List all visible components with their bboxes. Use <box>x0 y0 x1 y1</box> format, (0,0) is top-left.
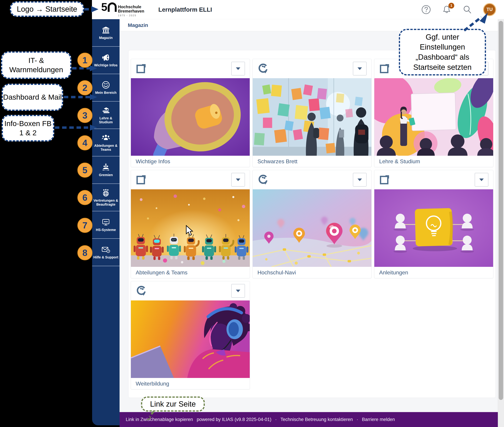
logo-arch-zero <box>108 2 117 12</box>
scrollbar-thumb[interactable] <box>499 21 503 400</box>
sidebar-item-gremien[interactable]: Gremien <box>92 156 120 184</box>
mail-question-icon: ? <box>101 245 110 254</box>
notification-badge: 1 <box>449 3 454 8</box>
annotation-link-zur-seite: Link zur Seite <box>141 396 205 412</box>
folder-icon <box>379 63 390 74</box>
sidebar-item-lehre-studium[interactable]: Lehre & Studium <box>92 101 120 129</box>
tile-image-headset-woman <box>131 300 250 378</box>
repository-panel: Wichtige Infos <box>128 50 496 398</box>
tile-image-lightbulb-cube <box>374 189 493 267</box>
chevron-down-icon <box>357 178 362 181</box>
tile-image-map-pins <box>253 189 372 267</box>
help-icon[interactable] <box>421 5 431 15</box>
tile-weiterbildung[interactable]: Weiterbildung <box>131 281 250 389</box>
globe-people-icon <box>101 189 110 197</box>
footer-bar: Link in Zwischenablage kopieren powered … <box>120 412 498 427</box>
bank-icon <box>101 26 110 34</box>
annotation-settings-startseite: Ggf. unter Einstellungen „Dashboard“ als… <box>399 29 486 76</box>
sidebar-item-label: Lehre & Studium <box>92 116 120 124</box>
monitor-icon <box>101 218 110 226</box>
tile-anleitungen[interactable]: Anleitungen <box>374 170 493 278</box>
tile-title[interactable]: Weiterbildung <box>131 378 250 389</box>
annotation-number-5: 5 <box>77 163 93 178</box>
tile-actions-dropdown[interactable] <box>353 173 367 187</box>
sidebar-item-label: Vertretungen & Beauftragte <box>92 198 120 206</box>
tile-title[interactable]: Wichtige Infos <box>131 156 250 167</box>
sidebar-item-label: Wichtige Infos <box>93 63 118 67</box>
tile-hochschul-navi[interactable]: Hochschul-Navi <box>253 170 372 278</box>
top-bar: 5 Hochschule Bremerhaven 1975 - 2025 Ler… <box>92 0 504 19</box>
annotation-number-7: 7 <box>77 218 93 233</box>
logo-line2: Bremerhaven <box>118 9 144 13</box>
sidebar-item-mein-bereich[interactable]: Mein Bereich <box>92 74 120 101</box>
tile-image-sticky-notes <box>253 78 372 156</box>
link-loop-icon <box>136 285 147 297</box>
sidebar-item-label: Hilfe & Support <box>93 255 119 259</box>
tile-actions-dropdown[interactable] <box>353 62 367 76</box>
annotation-logo-callout: Logo → Startseite <box>10 1 84 17</box>
folder-icon <box>379 174 390 185</box>
sidebar-item-label: HS-Systeme <box>95 228 117 232</box>
sidebar-item-label: Magazin <box>98 36 114 40</box>
folder-icon <box>136 174 147 185</box>
footer-copy-link[interactable]: Link in Zwischenablage kopieren <box>126 417 193 422</box>
search-icon[interactable] <box>463 5 472 15</box>
main-navigation-sidebar: Magazin Wichtige Infos Mein Bereich Lehr… <box>92 19 120 425</box>
tile-image-robots <box>131 189 250 267</box>
logo-number: 5 <box>101 2 107 12</box>
tile-abteilungen-teams[interactable]: Abteilungen & Teams <box>131 170 250 278</box>
sidebar-item-wichtige-infos[interactable]: Wichtige Infos <box>92 47 120 74</box>
notifications-bell-icon[interactable]: 1 <box>442 5 451 15</box>
tile-image-megaphone <box>131 78 250 156</box>
sidebar-item-hs-systeme[interactable]: HS-Systeme <box>92 211 120 239</box>
breadcrumb-magazin-link[interactable]: Magazin <box>128 22 148 28</box>
avatar[interactable]: TU <box>483 3 496 16</box>
tile-wichtige-infos[interactable]: Wichtige Infos <box>131 59 250 167</box>
svg-text:?: ? <box>108 250 109 252</box>
annotation-number-2: 2 <box>77 80 93 95</box>
people-group-icon <box>101 134 110 142</box>
footer-separator: · <box>357 417 358 422</box>
sidebar-item-label: Mein Bereich <box>94 91 117 95</box>
footer-powered-by: powered by ILIAS (v9.8 2025-04-01) <box>197 417 271 422</box>
content-area: Wichtige Infos <box>120 31 498 412</box>
sidebar-item-abteilungen-teams[interactable]: Abteilungen & Teams <box>92 129 120 156</box>
tile-title[interactable]: Lehre & Studium <box>374 156 493 167</box>
tile-grid: Wichtige Infos <box>131 59 493 389</box>
footer-separator: · <box>275 417 277 422</box>
annotation-number-6: 6 <box>77 190 93 205</box>
tile-schwarzes-brett[interactable]: Schwarzes Brett <box>253 59 372 167</box>
chevron-down-icon <box>357 67 362 70</box>
tile-title[interactable]: Hochschul-Navi <box>253 267 372 278</box>
mouse-cursor <box>186 225 193 236</box>
annotation-number-8: 8 <box>77 245 93 260</box>
annotation-dashboard-mail: Dashboard & Mail <box>2 84 63 111</box>
tile-title[interactable]: Schwarzes Brett <box>253 156 372 167</box>
tile-actions-dropdown[interactable] <box>231 173 245 187</box>
tile-actions-dropdown[interactable] <box>231 284 245 298</box>
sidebar-item-vertretungen-beauftragte[interactable]: Vertretungen & Beauftragte <box>92 184 120 211</box>
scrollbar-track[interactable] <box>498 19 504 427</box>
sidebar-item-label: Gremien <box>98 173 114 177</box>
committee-icon <box>101 163 110 171</box>
logo-line1: Hochschule <box>118 5 144 9</box>
tile-actions-dropdown[interactable] <box>475 173 488 187</box>
hochschule-bremerhaven-logo[interactable]: 5 Hochschule Bremerhaven 1975 - 2025 <box>101 2 144 17</box>
tile-title[interactable]: Anleitungen <box>374 267 493 278</box>
annotation-number-4: 4 <box>77 135 93 150</box>
folder-icon <box>136 63 147 74</box>
annotation-number-1: 1 <box>77 53 93 68</box>
tile-image-presentation <box>374 78 493 156</box>
megaphone-icon <box>101 53 110 62</box>
footer-support-link[interactable]: Technische Betreuung kontaktieren <box>280 417 353 422</box>
chevron-down-icon <box>236 290 240 292</box>
sidebar-item-hilfe-support[interactable]: ? Hilfe & Support <box>92 239 120 266</box>
page-title: Lernplattform ELLI <box>158 6 212 13</box>
sidebar-item-label: Abteilungen & Teams <box>92 144 120 152</box>
sidebar-item-magazin[interactable]: Magazin <box>92 19 120 47</box>
tile-actions-dropdown[interactable] <box>231 62 245 76</box>
annotation-number-3: 3 <box>77 108 93 123</box>
annotation-infoboxen: Info-Boxen FB 1 & 2 <box>2 115 54 141</box>
footer-accessibility-link[interactable]: Barriere melden <box>362 417 395 422</box>
tile-title[interactable]: Abteilungen & Teams <box>131 267 250 278</box>
